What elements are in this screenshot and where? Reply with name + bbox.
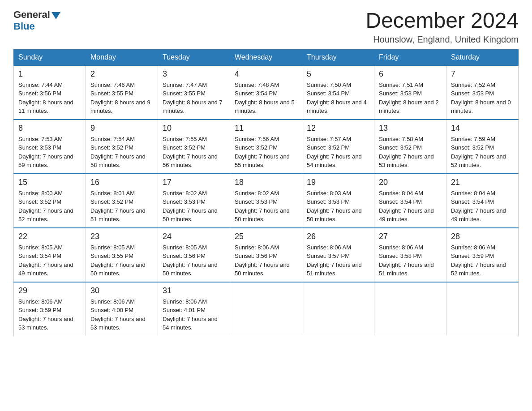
calendar-cell: 12 Sunrise: 7:57 AM Sunset: 3:52 PM Dayl… bbox=[302, 120, 374, 174]
calendar-cell: 29 Sunrise: 8:06 AM Sunset: 3:59 PM Dayl… bbox=[14, 282, 86, 336]
day-info: Sunrise: 8:06 AM Sunset: 3:57 PM Dayligh… bbox=[307, 243, 369, 278]
calendar-cell: 25 Sunrise: 8:06 AM Sunset: 3:56 PM Dayl… bbox=[230, 228, 302, 282]
day-info: Sunrise: 8:05 AM Sunset: 3:55 PM Dayligh… bbox=[90, 243, 153, 278]
day-number: 1 bbox=[18, 69, 81, 79]
day-info: Sunrise: 8:06 AM Sunset: 4:00 PM Dayligh… bbox=[90, 297, 153, 332]
calendar-cell: 3 Sunrise: 7:47 AM Sunset: 3:55 PM Dayli… bbox=[158, 65, 230, 120]
day-number: 3 bbox=[163, 69, 225, 79]
logo: General Blue bbox=[13, 9, 60, 32]
day-info: Sunrise: 7:55 AM Sunset: 3:52 PM Dayligh… bbox=[163, 135, 225, 170]
calendar-cell: 22 Sunrise: 8:05 AM Sunset: 3:54 PM Dayl… bbox=[14, 228, 86, 282]
calendar-cell: 8 Sunrise: 7:53 AM Sunset: 3:53 PM Dayli… bbox=[14, 120, 86, 174]
day-number: 2 bbox=[90, 69, 153, 79]
day-number: 26 bbox=[307, 232, 369, 241]
day-number: 7 bbox=[451, 69, 514, 79]
day-info: Sunrise: 7:57 AM Sunset: 3:52 PM Dayligh… bbox=[307, 135, 369, 170]
day-number: 9 bbox=[90, 124, 153, 133]
day-info: Sunrise: 8:05 AM Sunset: 3:56 PM Dayligh… bbox=[163, 243, 225, 278]
day-info: Sunrise: 7:53 AM Sunset: 3:53 PM Dayligh… bbox=[18, 135, 81, 170]
calendar-cell: 17 Sunrise: 8:02 AM Sunset: 3:53 PM Dayl… bbox=[158, 174, 230, 228]
calendar-row-week-2: 8 Sunrise: 7:53 AM Sunset: 3:53 PM Dayli… bbox=[14, 120, 519, 174]
day-number: 20 bbox=[379, 178, 442, 187]
day-number: 16 bbox=[90, 178, 153, 187]
day-info: Sunrise: 7:47 AM Sunset: 3:55 PM Dayligh… bbox=[163, 81, 225, 116]
day-header-wednesday: Wednesday bbox=[230, 49, 302, 65]
day-info: Sunrise: 8:04 AM Sunset: 3:54 PM Dayligh… bbox=[379, 189, 442, 224]
day-info: Sunrise: 8:06 AM Sunset: 4:01 PM Dayligh… bbox=[163, 297, 225, 332]
calendar-cell: 2 Sunrise: 7:46 AM Sunset: 3:55 PM Dayli… bbox=[86, 65, 158, 120]
day-number: 8 bbox=[18, 124, 81, 133]
month-title: December 2024 bbox=[365, 9, 519, 33]
day-info: Sunrise: 8:00 AM Sunset: 3:52 PM Dayligh… bbox=[18, 189, 81, 224]
day-info: Sunrise: 7:48 AM Sunset: 3:54 PM Dayligh… bbox=[235, 81, 297, 116]
calendar-cell: 7 Sunrise: 7:52 AM Sunset: 3:53 PM Dayli… bbox=[446, 65, 519, 120]
day-info: Sunrise: 8:06 AM Sunset: 3:56 PM Dayligh… bbox=[235, 243, 297, 278]
calendar-cell: 6 Sunrise: 7:51 AM Sunset: 3:53 PM Dayli… bbox=[374, 65, 446, 120]
day-number: 5 bbox=[307, 69, 369, 79]
day-number: 31 bbox=[163, 286, 225, 295]
day-info: Sunrise: 7:56 AM Sunset: 3:52 PM Dayligh… bbox=[235, 135, 297, 170]
day-info: Sunrise: 8:05 AM Sunset: 3:54 PM Dayligh… bbox=[18, 243, 81, 278]
logo-general-text: General bbox=[13, 9, 50, 21]
day-info: Sunrise: 7:46 AM Sunset: 3:55 PM Dayligh… bbox=[90, 81, 153, 116]
day-header-tuesday: Tuesday bbox=[158, 49, 230, 65]
calendar-cell: 24 Sunrise: 8:05 AM Sunset: 3:56 PM Dayl… bbox=[158, 228, 230, 282]
day-number: 10 bbox=[163, 124, 225, 133]
day-number: 23 bbox=[90, 232, 153, 241]
day-info: Sunrise: 7:50 AM Sunset: 3:54 PM Dayligh… bbox=[307, 81, 369, 116]
day-info: Sunrise: 7:59 AM Sunset: 3:52 PM Dayligh… bbox=[451, 135, 514, 170]
calendar-row-week-1: 1 Sunrise: 7:44 AM Sunset: 3:56 PM Dayli… bbox=[14, 65, 519, 120]
day-info: Sunrise: 8:02 AM Sunset: 3:53 PM Dayligh… bbox=[235, 189, 297, 224]
calendar-cell: 23 Sunrise: 8:05 AM Sunset: 3:55 PM Dayl… bbox=[86, 228, 158, 282]
day-header-monday: Monday bbox=[86, 49, 158, 65]
day-number: 11 bbox=[235, 124, 297, 133]
day-number: 28 bbox=[451, 232, 514, 241]
day-number: 17 bbox=[163, 178, 225, 187]
day-number: 14 bbox=[451, 124, 514, 133]
day-info: Sunrise: 7:44 AM Sunset: 3:56 PM Dayligh… bbox=[18, 81, 81, 116]
day-info: Sunrise: 7:58 AM Sunset: 3:52 PM Dayligh… bbox=[379, 135, 442, 170]
calendar-cell: 1 Sunrise: 7:44 AM Sunset: 3:56 PM Dayli… bbox=[14, 65, 86, 120]
logo-arrow-icon bbox=[51, 12, 60, 19]
calendar-cell: 21 Sunrise: 8:04 AM Sunset: 3:54 PM Dayl… bbox=[446, 174, 519, 228]
calendar-cell: 27 Sunrise: 8:06 AM Sunset: 3:58 PM Dayl… bbox=[374, 228, 446, 282]
day-number: 18 bbox=[235, 178, 297, 187]
calendar-cell: 19 Sunrise: 8:03 AM Sunset: 3:53 PM Dayl… bbox=[302, 174, 374, 228]
day-header-saturday: Saturday bbox=[446, 49, 519, 65]
calendar-cell: 26 Sunrise: 8:06 AM Sunset: 3:57 PM Dayl… bbox=[302, 228, 374, 282]
calendar-cell bbox=[230, 282, 302, 336]
calendar-cell: 9 Sunrise: 7:54 AM Sunset: 3:52 PM Dayli… bbox=[86, 120, 158, 174]
day-number: 4 bbox=[235, 69, 297, 79]
day-info: Sunrise: 7:54 AM Sunset: 3:52 PM Dayligh… bbox=[90, 135, 153, 170]
day-number: 25 bbox=[235, 232, 297, 241]
calendar-row-week-3: 15 Sunrise: 8:00 AM Sunset: 3:52 PM Dayl… bbox=[14, 174, 519, 228]
day-number: 12 bbox=[307, 124, 369, 133]
calendar-cell bbox=[302, 282, 374, 336]
day-number: 22 bbox=[18, 232, 81, 241]
day-number: 15 bbox=[18, 178, 81, 187]
logo-blue-text: Blue bbox=[13, 21, 35, 32]
day-header-thursday: Thursday bbox=[302, 49, 374, 65]
day-header-sunday: Sunday bbox=[14, 49, 86, 65]
calendar-table: SundayMondayTuesdayWednesdayThursdayFrid… bbox=[13, 49, 519, 336]
calendar-cell bbox=[446, 282, 519, 336]
calendar-cell: 30 Sunrise: 8:06 AM Sunset: 4:00 PM Dayl… bbox=[86, 282, 158, 336]
calendar-cell: 31 Sunrise: 8:06 AM Sunset: 4:01 PM Dayl… bbox=[158, 282, 230, 336]
location-text: Hounslow, England, United Kingdom bbox=[365, 34, 519, 45]
page-header: General Blue December 2024 Hounslow, Eng… bbox=[13, 9, 519, 45]
day-info: Sunrise: 8:01 AM Sunset: 3:52 PM Dayligh… bbox=[90, 189, 153, 224]
calendar-cell: 4 Sunrise: 7:48 AM Sunset: 3:54 PM Dayli… bbox=[230, 65, 302, 120]
calendar-cell: 20 Sunrise: 8:04 AM Sunset: 3:54 PM Dayl… bbox=[374, 174, 446, 228]
day-number: 21 bbox=[451, 178, 514, 187]
calendar-cell: 18 Sunrise: 8:02 AM Sunset: 3:53 PM Dayl… bbox=[230, 174, 302, 228]
calendar-cell bbox=[374, 282, 446, 336]
day-number: 19 bbox=[307, 178, 369, 187]
day-info: Sunrise: 8:04 AM Sunset: 3:54 PM Dayligh… bbox=[451, 189, 514, 224]
day-number: 27 bbox=[379, 232, 442, 241]
calendar-cell: 15 Sunrise: 8:00 AM Sunset: 3:52 PM Dayl… bbox=[14, 174, 86, 228]
day-info: Sunrise: 8:03 AM Sunset: 3:53 PM Dayligh… bbox=[307, 189, 369, 224]
title-area: December 2024 Hounslow, England, United … bbox=[365, 9, 519, 45]
day-number: 13 bbox=[379, 124, 442, 133]
calendar-cell: 28 Sunrise: 8:06 AM Sunset: 3:59 PM Dayl… bbox=[446, 228, 519, 282]
day-number: 24 bbox=[163, 232, 225, 241]
